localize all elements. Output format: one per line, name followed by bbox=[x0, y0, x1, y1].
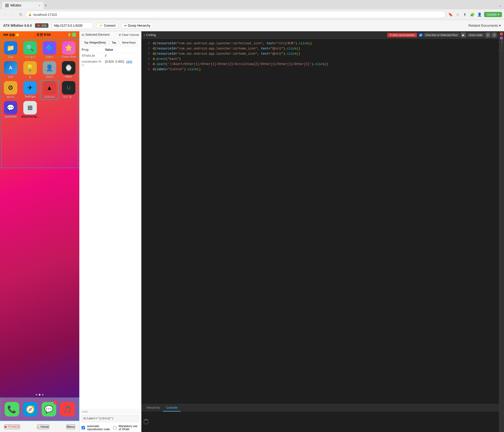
lock-icon: 🔒 bbox=[28, 13, 32, 16]
app-icon-drive[interactable]: ▲ 드라이브 bbox=[41, 81, 58, 99]
phone-bottom-bar: POWER ⌂ Home Menu bbox=[0, 421, 79, 432]
phone-background: SIM 없음 📶 오전 9:54 🔋 ⚡ 📁 bbox=[0, 31, 79, 421]
line-content-3: d(resourceId="com.sec.android.app.launch… bbox=[153, 52, 497, 56]
app-icon-findmy[interactable]: 🔍 나의 찾기 bbox=[21, 41, 39, 59]
connect-label: Connect bbox=[104, 24, 116, 27]
sidebar-up-arrow[interactable]: ↑ bbox=[501, 45, 502, 47]
profile-icon[interactable]: 👤 bbox=[476, 11, 483, 18]
app-icon-testflight[interactable]: ✈ TestFlight bbox=[21, 81, 39, 99]
app-icon-watch[interactable]: ⌚ Watch bbox=[60, 61, 77, 79]
app-icon-files[interactable]: 📁 파일 bbox=[2, 41, 19, 59]
tab-close-btn[interactable]: × bbox=[39, 4, 40, 7]
one-line-checkbox[interactable] bbox=[419, 33, 422, 37]
code-editor[interactable]: 1 d(resourceId="com.sec.android.app.laun… bbox=[141, 39, 499, 404]
send-keys-btn[interactable]: Send Keys bbox=[120, 40, 138, 45]
px-label: px bbox=[82, 63, 105, 66]
tap-btn[interactable]: Tap bbox=[109, 40, 119, 45]
xpath-value: // bbox=[105, 54, 139, 57]
extensions-icon[interactable]: 🧩 bbox=[469, 11, 475, 18]
ios-badge: 🍎 iOS bbox=[35, 23, 48, 28]
app-label-multi: 멀티터 bbox=[7, 95, 15, 99]
dock-music[interactable]: 🎵 bbox=[60, 402, 75, 416]
app-icon-pending[interactable]: U 대기 중... bbox=[60, 81, 77, 99]
address-text: localhost:17310 bbox=[33, 13, 443, 17]
related-docs-btn[interactable]: Related Documents ▾ bbox=[469, 24, 501, 27]
share-icon[interactable]: ⬆ bbox=[462, 11, 468, 18]
hierarchy-tab[interactable]: Hierarchy bbox=[143, 404, 163, 412]
auto-repro-checkbox[interactable] bbox=[82, 426, 85, 429]
copy-icon-btn[interactable]: ⎘ bbox=[485, 32, 491, 38]
props-checkboxes: automatic reproduction code Mandatory us… bbox=[80, 423, 141, 432]
browser-tab[interactable]: WEditor × bbox=[2, 2, 44, 9]
code-panel-header: ♪ Coding ↺ click reconnection One-line o… bbox=[141, 31, 499, 39]
clear-canvas-btn[interactable]: ⊘ Clear Canvas bbox=[119, 33, 139, 37]
app-label-watch: Watch bbox=[65, 75, 72, 78]
console-tab[interactable]: Console bbox=[163, 404, 181, 412]
dock-messages[interactable]: 💬 ! bbox=[42, 402, 56, 416]
code-line-5: 5 d.xpath('//Alert/Other[1]/Other[1]/Oth… bbox=[141, 62, 499, 67]
app-icon-img-pending: U bbox=[62, 81, 75, 95]
browser-chrome: WEditor × + ⌄ ‹ › ↻ 🔒 localhost:17310 🔖 … bbox=[0, 0, 504, 20]
app-icon-contacts[interactable]: 👤 연락처 bbox=[41, 61, 58, 79]
one-line-btn[interactable]: One-line or Selected Run bbox=[423, 33, 460, 37]
app-icon-webdriver[interactable]: ⊞ WebDriverAg... bbox=[21, 101, 39, 118]
refresh-btn[interactable]: ↻ bbox=[18, 11, 24, 18]
menu-btn[interactable]: Menu bbox=[66, 424, 75, 429]
app-icon-img-tips: 💡 bbox=[23, 61, 37, 75]
tab-title: WEditor bbox=[10, 4, 21, 7]
forward-btn[interactable]: › bbox=[10, 11, 16, 18]
reconnect-btn[interactable]: ↺ click reconnection bbox=[387, 33, 417, 37]
sidebar-down-arrow[interactable]: ↓ bbox=[501, 48, 502, 51]
tap-widget-btn[interactable]: Tap Widget(Beta) bbox=[82, 40, 108, 45]
dock-safari[interactable]: 🧭 bbox=[23, 402, 38, 416]
dump-label: Dump Hierarchy bbox=[128, 24, 150, 27]
app-label-itunes: iTunes Store bbox=[61, 55, 76, 58]
star-icon[interactable]: ☆ bbox=[455, 11, 461, 18]
coding-icon: ♪ bbox=[143, 33, 145, 37]
app-icon-img-shortcuts: 🔷 bbox=[43, 41, 56, 55]
update-arrow: ▾ bbox=[498, 13, 499, 16]
app-icon-shortcuts[interactable]: 🔷 단축어 bbox=[41, 41, 58, 59]
reset-btn[interactable]: reset code bbox=[467, 33, 484, 37]
sidebar-item-t[interactable]: t bbox=[500, 41, 503, 41]
battery-icon: 🔋 bbox=[68, 33, 71, 37]
mandatory-xpath-label: Mandatory use of XPath bbox=[119, 424, 139, 431]
phone-screen[interactable]: SIM 없음 📶 오전 9:54 🔋 ⚡ 📁 bbox=[0, 31, 79, 421]
power-btn[interactable]: POWER bbox=[4, 424, 20, 429]
tab-menu-btn[interactable]: ⌄ bbox=[499, 3, 502, 8]
charging-badge: ⚡ bbox=[72, 33, 76, 37]
bookmark-icon[interactable]: 🔖 bbox=[447, 11, 453, 18]
page-dot-3[interactable] bbox=[42, 394, 44, 395]
wifi-icon: 📶 bbox=[16, 33, 19, 36]
app-icon-img-findmy: 🔍 bbox=[23, 41, 37, 55]
app-icon-translate[interactable]: A 번역 bbox=[2, 61, 19, 79]
app-icon-tips[interactable]: 💡 팁 bbox=[21, 61, 39, 79]
sidebar-dot-purple[interactable] bbox=[500, 37, 503, 40]
new-tab-btn[interactable]: + bbox=[45, 3, 47, 8]
line-num-3: 3 bbox=[143, 52, 150, 56]
app-icon-quickstart[interactable]: 💬 QuickStart bbox=[2, 101, 19, 118]
mandatory-xpath-checkbox[interactable] bbox=[113, 426, 117, 429]
dock-phone[interactable]: 📞 bbox=[5, 402, 19, 416]
phone-dock: 📞 🧭 💬 ! 🎵 bbox=[0, 398, 79, 421]
page-dot-1[interactable] bbox=[36, 394, 37, 395]
coords-value: (0.624, 0.402) click bbox=[105, 60, 139, 66]
dump-hierarchy-btn[interactable]: ↩ Dump Hierarchy bbox=[121, 23, 153, 28]
update-btn[interactable]: Update ▾ bbox=[484, 12, 502, 17]
app-container: ATX WEditor 0.6.5 🍎 iOS ⚡ Connect ↩ Dump… bbox=[0, 20, 504, 432]
page-dot-2[interactable] bbox=[39, 394, 40, 395]
sidebar-item-a[interactable]: a bbox=[500, 42, 503, 43]
connect-btn[interactable]: ⚡ Connect bbox=[96, 23, 118, 28]
address-bar[interactable]: 🔒 localhost:17310 bbox=[25, 11, 446, 18]
app-icon-multi[interactable]: ⚙ 멀티터 bbox=[2, 81, 19, 99]
line-num-4: 4 bbox=[143, 57, 150, 61]
device-address-input[interactable] bbox=[52, 22, 93, 29]
sidebar-dot-red[interactable] bbox=[500, 32, 503, 35]
back-btn[interactable]: ‹ bbox=[2, 11, 8, 18]
browser-tabs: WEditor × + ⌄ bbox=[0, 0, 504, 9]
app-icon-itunes[interactable]: ⭐ iTunes Store bbox=[60, 41, 77, 59]
refresh-icon-btn[interactable]: ↺ bbox=[492, 32, 497, 38]
bottom-tabs: Hierarchy Console bbox=[141, 404, 499, 412]
coords-click-link[interactable]: click bbox=[126, 60, 132, 63]
home-btn[interactable]: ⌂ Home bbox=[37, 424, 49, 429]
